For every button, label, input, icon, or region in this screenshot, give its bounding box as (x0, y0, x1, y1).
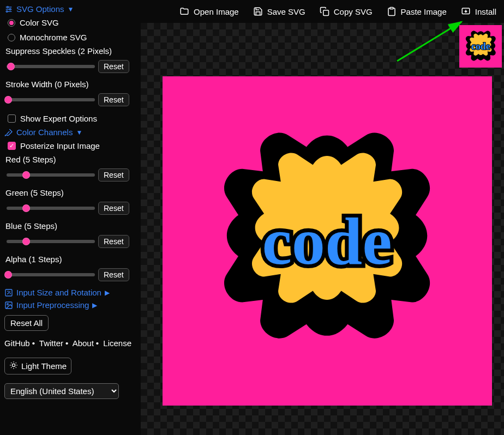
button-label: Paste Image (401, 7, 447, 16)
artboard[interactable]: code (163, 76, 492, 406)
chevron-down-icon: ▼ (76, 129, 82, 136)
svg-rect-10 (323, 10, 328, 16)
red-reset-button[interactable]: Reset (98, 168, 129, 182)
about-link[interactable]: About (73, 339, 94, 348)
alpha-reset-button[interactable]: Reset (98, 268, 129, 281)
stroke-reset-button[interactable]: Reset (98, 93, 129, 106)
input-size-label: Input Size and Rotation (16, 288, 101, 297)
open-image-button[interactable]: Open Image (179, 7, 239, 16)
reset-all-button[interactable]: Reset All (4, 315, 49, 331)
speckles-slider-row: Reset (4, 59, 136, 76)
code-logo-icon: code (462, 28, 500, 65)
code-logo-icon: code (199, 112, 455, 369)
svg-point-4 (9, 8, 11, 10)
footer-links: GitHub• Twitter• About• License (4, 334, 136, 350)
copy-svg-button[interactable]: Copy SVG (320, 7, 373, 16)
blue-label: Blue (5 Steps) (4, 221, 136, 231)
blue-slider[interactable] (7, 240, 95, 243)
chevron-right-icon: ▶ (92, 301, 97, 309)
canvas-area: code code (141, 23, 504, 435)
svg-point-8 (7, 303, 9, 305)
svg-rect-11 (390, 8, 393, 9)
radio-label: Color SVG (20, 18, 59, 27)
expert-options-checkbox[interactable]: Show Expert Options (4, 113, 136, 124)
svg-text:code: code (262, 204, 392, 278)
slider-thumb[interactable] (7, 63, 15, 70)
red-slider-row: Reset (4, 167, 136, 185)
button-label: Copy SVG (334, 7, 373, 16)
radio-label: Monochrome SVG (20, 33, 87, 42)
slider-thumb[interactable] (22, 238, 30, 245)
alpha-slider[interactable] (7, 273, 95, 276)
alpha-label: Alpha (1 Steps) (4, 255, 136, 264)
button-label: Open Image (194, 7, 239, 16)
input-size-header[interactable]: Input Size and Rotation ▶ (4, 288, 136, 297)
radio-monochrome-svg[interactable]: Monochrome SVG (4, 32, 136, 43)
folder-icon (179, 7, 189, 16)
language-select[interactable]: English (United States) (4, 383, 119, 399)
stroke-label: Stroke Width (0 Pixels) (4, 80, 136, 89)
radio-icon (8, 19, 15, 27)
stroke-slider-row: Reset (4, 92, 136, 110)
red-slider[interactable] (7, 173, 95, 177)
slider-thumb[interactable] (22, 171, 30, 179)
alpha-slider-row: Reset (4, 267, 136, 285)
clipboard-icon (387, 7, 397, 16)
license-link[interactable]: License (103, 339, 131, 348)
slider-thumb[interactable] (4, 96, 12, 104)
sun-icon (9, 361, 18, 371)
green-reset-button[interactable]: Reset (98, 202, 129, 215)
button-label: Install (475, 7, 496, 16)
svg-options-label: SVG Options (16, 4, 64, 14)
save-icon (253, 7, 263, 16)
slider-thumb[interactable] (22, 204, 30, 212)
light-theme-button[interactable]: Light Theme (4, 358, 71, 374)
paste-image-button[interactable]: Paste Image (387, 7, 447, 16)
resize-icon (4, 288, 13, 297)
install-icon (461, 7, 471, 16)
posterize-checkbox[interactable]: Posterize Input Image (4, 140, 136, 152)
input-preprocessing-header[interactable]: Input Preprocessing ▶ (4, 300, 136, 310)
checkbox-icon (8, 142, 16, 150)
color-channels-label: Color Channels (16, 128, 73, 137)
svg-point-5 (6, 10, 8, 12)
svg-point-3 (7, 6, 9, 8)
brush-icon (4, 128, 13, 137)
main-area: Open Image Save SVG Copy SVG Paste Image… (141, 0, 504, 435)
copy-icon (320, 7, 329, 16)
svg-text:code: code (471, 41, 490, 52)
speckles-reset-button[interactable]: Reset (98, 60, 129, 73)
blue-slider-row: Reset (4, 234, 136, 251)
sidebar: SVG Options ▼ Color SVG Monochrome SVG S… (0, 0, 141, 435)
svg-point-9 (12, 364, 15, 366)
image-icon (4, 301, 13, 310)
stroke-slider[interactable] (7, 98, 95, 101)
checkbox-label: Show Expert Options (20, 114, 97, 123)
light-theme-label: Light Theme (21, 361, 67, 371)
save-svg-button[interactable]: Save SVG (253, 7, 305, 16)
sliders-icon (4, 5, 13, 14)
speckles-label: Suppress Speckles (2 Pixels) (4, 46, 136, 56)
green-slider[interactable] (7, 207, 95, 210)
speckles-slider[interactable] (7, 65, 95, 68)
green-label: Green (5 Steps) (4, 188, 136, 197)
preview-thumbnail[interactable]: code (459, 25, 502, 68)
slider-thumb[interactable] (4, 271, 12, 279)
topbar: Open Image Save SVG Copy SVG Paste Image… (141, 0, 504, 23)
github-link[interactable]: GitHub (4, 339, 30, 348)
svg-options-header[interactable]: SVG Options ▼ (4, 4, 136, 14)
radio-color-svg[interactable]: Color SVG (4, 17, 136, 28)
radio-icon (8, 34, 15, 41)
chevron-right-icon: ▶ (105, 289, 110, 297)
install-button[interactable]: Install (461, 7, 496, 16)
blue-reset-button[interactable]: Reset (98, 235, 129, 248)
input-preprocessing-label: Input Preprocessing (16, 300, 89, 310)
checkbox-label: Posterize Input Image (20, 141, 100, 150)
green-slider-row: Reset (4, 201, 136, 218)
checkbox-icon (8, 114, 16, 123)
button-label: Save SVG (267, 7, 305, 16)
color-channels-header[interactable]: Color Channels ▼ (4, 128, 136, 137)
chevron-down-icon: ▼ (68, 5, 74, 13)
red-label: Red (5 Steps) (4, 155, 136, 164)
twitter-link[interactable]: Twitter (39, 339, 63, 348)
